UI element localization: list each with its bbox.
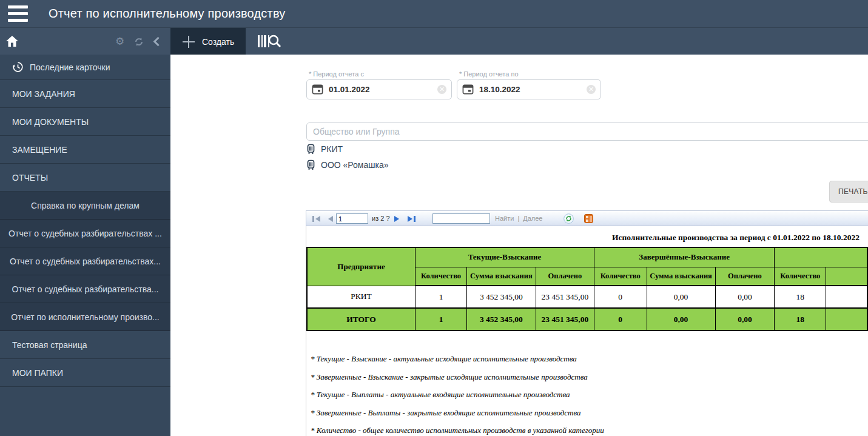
table-column-header (826, 267, 867, 286)
sidebar-item-large-cases-report[interactable]: Справка по крупным делам (0, 192, 170, 220)
print-button[interactable]: ПЕЧАТЬ (829, 181, 868, 203)
gear-icon[interactable]: ⚙ (115, 36, 124, 47)
table-cell: 0,00 (715, 286, 775, 308)
sidebar-item-reports[interactable]: ОТЧЕТЫ (0, 164, 170, 192)
top-header: Отчет по исполнительному производству (0, 0, 868, 27)
app-window: Отчет по исполнительному производству ⚙ … (0, 0, 868, 436)
table-group-header (775, 247, 867, 267)
report-search-input[interactable] (432, 213, 490, 224)
calendar-icon (312, 84, 323, 95)
last-page-button[interactable] (406, 216, 417, 222)
company-item[interactable]: РКИТ (306, 144, 343, 155)
table-row: РКИТ 1 3 452 345,00 23 451 345,00 0 0,00… (307, 286, 867, 308)
report-table: Предприятие Текущие-Взыскание Завершённы… (306, 247, 868, 331)
table-column-header: Сумма взыскания (647, 267, 715, 286)
table-cell: 3 452 345,00 (466, 308, 536, 330)
table-cell: 18 (775, 286, 826, 308)
previous-page-button[interactable] (327, 216, 334, 222)
sidebar-item-substitution[interactable]: ЗАМЕЩЕНИЕ (0, 136, 170, 164)
footnote: * Текущие - Взыскание - актуальные исход… (311, 350, 604, 368)
sidebar-item-recent-cards[interactable]: Последние карточки (0, 55, 170, 80)
sidebar-item-test-page[interactable]: Тестовая страница (0, 331, 170, 359)
first-page-button[interactable] (311, 216, 321, 222)
sidebar-item-my-documents[interactable]: МОИ ДОКУМЕНТЫ (0, 108, 170, 136)
create-button[interactable]: Создать (170, 28, 246, 55)
page-count-label: из 2 ? (372, 215, 390, 222)
table-column-header: Оплачено (536, 267, 594, 286)
table-column-header: Сумма взыскания (466, 267, 536, 286)
table-cell: 0,00 (647, 308, 715, 330)
hamburger-menu-icon[interactable] (8, 5, 28, 22)
main-content: * Период отчета с * Период отчета по 01.… (170, 55, 868, 436)
organization-input[interactable] (306, 122, 868, 141)
create-button-label: Создать (202, 37, 234, 47)
period-from-field[interactable]: 01.01.2022 ✕ (306, 79, 452, 99)
table-group-header: Текущие-Взыскание (415, 247, 594, 267)
report-page: Исполнительные производства за период с … (306, 226, 868, 436)
next-page-button[interactable] (393, 216, 400, 222)
period-from-value: 01.01.2022 (329, 85, 437, 94)
sidebar-item-my-folders[interactable]: МОИ ПАПКИ (0, 359, 170, 387)
table-cell: 0,00 (715, 308, 775, 330)
table-corner-header: Предприятие (307, 247, 415, 286)
table-cell: 18 (775, 308, 826, 330)
table-total-row: ИТОГО 1 3 452 345,00 23 451 345,00 0 0,0… (307, 308, 867, 330)
export-icon[interactable] (584, 214, 593, 223)
sidebar-item-court-report-1[interactable]: Отчет о судебных разбирательствах ... (0, 220, 170, 247)
period-from-label: * Период отчета с (309, 70, 364, 78)
period-to-value: 18.10.2022 (479, 85, 587, 94)
calendar-icon (462, 84, 474, 95)
company-name: РКИТ (321, 144, 343, 154)
footnote: * Завершенные - Взыскание - закрытые исх… (311, 368, 604, 386)
organization-building-icon (306, 144, 315, 155)
table-cell-company: ИТОГО (307, 308, 415, 330)
organization-building-icon (306, 159, 315, 170)
app-toolbar: ⚙ Создать (0, 27, 868, 55)
collapse-chevron-left-icon[interactable] (153, 37, 163, 47)
table-column-header: Оплачено (715, 267, 775, 286)
report-viewer-toolbar: из 2 ? Найти | Далее (306, 210, 868, 226)
table-cell: 23 451 345,00 (536, 308, 594, 330)
company-item[interactable]: ООО «Ромашка» (306, 159, 389, 170)
table-cell: 23 451 345,00 (536, 286, 594, 308)
footnote: * Завершенные - Выплаты - закрытые входя… (311, 404, 604, 422)
sidebar-item-court-report-3[interactable]: Отчет о судебных разбирательства... (0, 275, 170, 303)
period-to-field[interactable]: 18.10.2022 ✕ (457, 79, 601, 99)
home-icon[interactable] (5, 35, 19, 47)
table-cell (826, 308, 867, 330)
sidebar-item-label: Последние карточки (30, 62, 110, 72)
report-title: Исполнительные производства за период с … (612, 233, 860, 243)
report-refresh-icon[interactable] (564, 213, 574, 224)
table-group-header: Завершённые-Взыскание (594, 247, 774, 267)
table-cell: 0 (594, 308, 647, 330)
find-next-link[interactable]: Далее (523, 215, 542, 222)
sidebar: Последние карточки МОИ ЗАДАНИЯ МОИ ДОКУМ… (0, 55, 170, 436)
company-name: ООО «Ромашка» (321, 160, 389, 170)
barcode-search-icon[interactable] (257, 33, 283, 51)
page-title: Отчет по исполнительному производству (49, 0, 286, 27)
footnote: * Текущие - Выплаты - актуальные входящи… (311, 386, 604, 404)
footnote: * Количество - общее количество исполнит… (311, 421, 604, 436)
sidebar-item-court-report-2[interactable]: Отчет о судебных разбирательствах... (0, 247, 170, 275)
table-cell (826, 286, 867, 308)
find-separator: | (517, 215, 519, 222)
sidebar-item-enforcement-report[interactable]: Отчет по исполнительному произво... (0, 303, 170, 331)
sidebar-item-my-tasks[interactable]: МОИ ЗАДАНИЯ (0, 80, 170, 108)
table-cell: 1 (415, 308, 467, 330)
clear-date-icon[interactable]: ✕ (587, 85, 596, 94)
table-cell: 0,00 (647, 286, 715, 308)
table-cell: 0 (594, 286, 647, 308)
plus-icon (183, 36, 195, 48)
report-footnotes: * Текущие - Взыскание - актуальные исход… (311, 350, 604, 436)
clear-date-icon[interactable]: ✕ (437, 85, 446, 94)
refresh-icon[interactable] (133, 36, 144, 47)
history-clock-icon (12, 61, 24, 73)
table-column-header: Количество (415, 267, 467, 286)
period-to-label: * Период отчета по (459, 70, 519, 78)
table-column-header: Количество (594, 267, 647, 286)
table-cell-company: РКИТ (307, 286, 415, 308)
find-link[interactable]: Найти (495, 215, 514, 222)
page-number-input[interactable] (336, 213, 368, 224)
table-cell: 1 (415, 286, 467, 308)
report-viewer: из 2 ? Найти | Далее (306, 210, 868, 436)
